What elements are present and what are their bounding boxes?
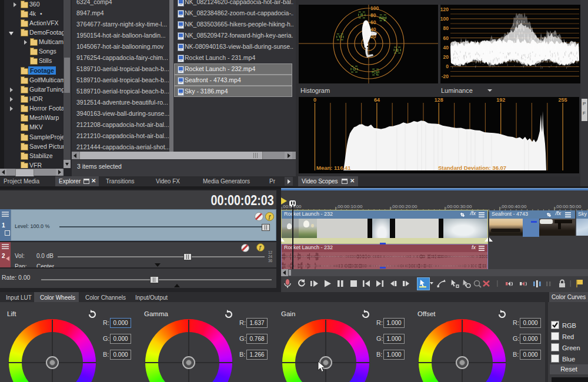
svg-text:128: 128 bbox=[435, 97, 443, 103]
svg-text:40: 40 bbox=[443, 45, 449, 51]
svg-text:Standard Deviation: 36.07: Standard Deviation: 36.07 bbox=[438, 165, 506, 171]
svg-text:120: 120 bbox=[440, 6, 449, 12]
svg-text:G: G bbox=[353, 67, 356, 71]
svg-text:64: 64 bbox=[374, 97, 380, 103]
svg-text:100: 100 bbox=[370, 5, 379, 11]
svg-text:-20: -20 bbox=[442, 73, 449, 79]
svg-text:0: 0 bbox=[446, 63, 449, 69]
svg-text:Cy: Cy bbox=[373, 70, 379, 75]
svg-text:Mean: 116.41: Mean: 116.41 bbox=[316, 165, 351, 171]
svg-text:80: 80 bbox=[443, 25, 449, 31]
svg-text:0: 0 bbox=[313, 97, 316, 103]
svg-text:20: 20 bbox=[443, 54, 449, 60]
svg-text:192: 192 bbox=[496, 97, 505, 103]
svg-text:R: R bbox=[360, 13, 363, 17]
svg-text:255: 255 bbox=[559, 97, 567, 103]
svg-text:60: 60 bbox=[443, 35, 449, 41]
svg-text:Yl: Yl bbox=[338, 35, 342, 39]
svg-text:B: B bbox=[396, 48, 399, 52]
svg-text:100: 100 bbox=[440, 16, 449, 22]
svg-text:80: 80 bbox=[370, 12, 376, 18]
svg-text:Mg: Mg bbox=[380, 16, 386, 21]
svg-text:40: 40 bbox=[370, 26, 376, 32]
svg-text:60: 60 bbox=[370, 19, 376, 25]
